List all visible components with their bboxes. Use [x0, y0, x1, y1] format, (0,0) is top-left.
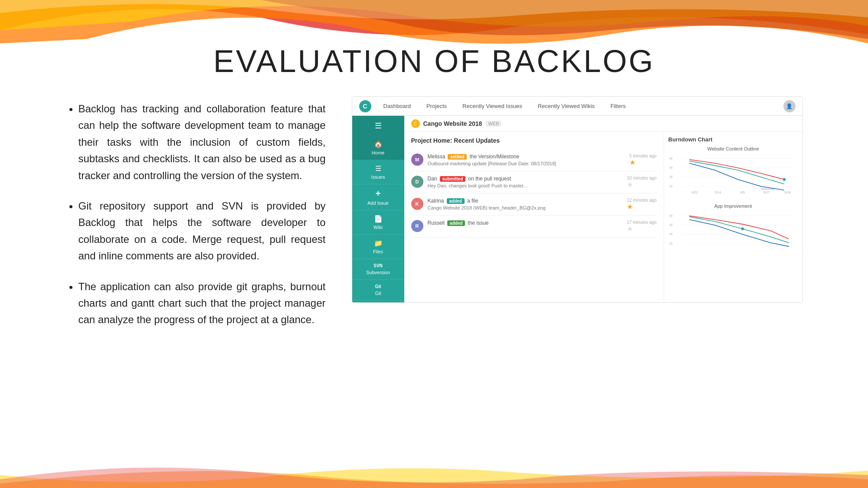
svg-text:30: 30 — [669, 233, 673, 236]
user-avatar[interactable]: 👤 — [783, 100, 796, 112]
update-meta-2: Dan submitted on the pull request — [428, 176, 623, 182]
bullet-item-1: Backlog has tracking and collaboration f… — [79, 101, 326, 184]
update-right-4: 17 minutes ago ★ — [627, 220, 656, 233]
nav-dashboard[interactable]: Dashboard — [380, 101, 415, 111]
update-meta-3: Katrina added a file — [428, 198, 623, 204]
sidebar-issues-label: Issues — [371, 174, 385, 180]
add-icon: + — [376, 189, 381, 199]
sidebar-add-issue-label: Add Issue — [367, 200, 389, 206]
star-icon-2[interactable]: ★ — [627, 180, 656, 189]
svg-text:50: 50 — [669, 214, 673, 217]
update-badge-4: added — [447, 220, 465, 226]
svg-point-19 — [741, 227, 744, 230]
update-badge-1: settled — [448, 154, 467, 160]
burndown-chart-2: 50 40 30 20 — [668, 210, 798, 254]
sidebar-svn-label: Subversion — [366, 270, 390, 275]
app-body: ☰ 🏠 Home ☰ Issues + Add Issue — [352, 116, 802, 302]
update-action-1: the Version/Milestone — [469, 154, 519, 160]
update-item-4: R Russell added the issue 17 minu — [411, 216, 657, 238]
update-meta-1: Melissa settled the Version/Milestone — [428, 154, 625, 160]
chart-2: App Improvement — [668, 203, 798, 255]
avatar-melissa: M — [411, 154, 423, 166]
update-user-4: Russell — [428, 220, 445, 226]
update-action-3: a file — [467, 198, 478, 204]
svg-text:6/5: 6/5 — [740, 190, 744, 194]
update-action-2: on the pull request — [468, 176, 511, 182]
avatar-dan: D — [411, 176, 423, 188]
update-detail-2: Hey Dan, changes look good! Push to mast… — [428, 183, 623, 188]
svg-point-10 — [783, 178, 785, 180]
updates-panel: Project Home: Recent Updates M Melissa s… — [404, 132, 664, 301]
bullet-item-3: The application can also provide git gra… — [79, 278, 326, 328]
update-content-4: Russell added the issue — [428, 220, 623, 226]
app-sidebar: ☰ 🏠 Home ☰ Issues + Add Issue — [352, 116, 404, 302]
sidebar-item-gantt[interactable]: 📊 Gantt Chart — [352, 301, 404, 303]
burndown-panel: Burndown Chart Website Content Outline — [664, 132, 802, 301]
files-icon: 📁 — [374, 239, 383, 247]
two-col-layout: Backlog has tracking and collaboration f… — [66, 96, 803, 342]
project-tag: WEB — [485, 121, 501, 127]
project-name: Cango Website 2018 — [423, 120, 482, 127]
update-user-1: Melissa — [428, 154, 445, 160]
sidebar-item-files[interactable]: 📁 Files — [352, 235, 404, 259]
app-screenshot: C Dashboard Projects Recently Viewed Iss… — [352, 96, 803, 303]
update-time-4: 17 minutes ago — [627, 220, 656, 225]
sidebar-item-home[interactable]: 🏠 Home — [352, 136, 404, 160]
svg-text:20: 20 — [669, 242, 673, 245]
svg-text:3/18: 3/18 — [784, 190, 790, 194]
star-icon-4[interactable]: ★ — [627, 225, 656, 233]
update-badge-2: submitted — [440, 176, 466, 182]
nav-recent-wikis[interactable]: Recently Viewed Wikis — [534, 101, 598, 111]
avatar-katrina: K — [411, 198, 423, 210]
nav-recent-issues[interactable]: Recently Viewed Issues — [459, 101, 526, 111]
update-content-1: Melissa settled the Version/Milestone Ou… — [428, 154, 625, 166]
update-item-1: M Melissa settled the Version/Milestone … — [411, 149, 657, 171]
page-title: EVALUATION OF BACKLOG — [213, 43, 655, 79]
update-detail-3: Cango Website 2018 (WEB) team_header_BG@… — [428, 205, 623, 210]
update-action-4: the issue — [468, 220, 488, 226]
sidebar-files-label: Files — [373, 249, 383, 254]
svg-text:6/22: 6/22 — [691, 190, 698, 194]
sidebar-git-label: Git — [375, 291, 381, 296]
sidebar-menu-button[interactable]: ☰ — [352, 116, 404, 136]
git-icon: Git — [375, 284, 381, 289]
svg-text:40: 40 — [669, 223, 673, 226]
sidebar-item-add-issue[interactable]: + Add Issue — [352, 184, 404, 210]
avatar-russell: R — [411, 220, 423, 232]
update-time-3: 12 minutes ago — [627, 198, 656, 203]
sidebar-home-label: Home — [372, 150, 384, 155]
update-right-3: 12 minutes ago ★ — [627, 198, 656, 211]
update-meta-4: Russell added the issue — [428, 220, 623, 226]
issues-icon: ☰ — [375, 164, 381, 173]
nav-filters[interactable]: Filters — [607, 101, 629, 111]
svg-text:40: 40 — [669, 166, 673, 169]
svn-icon: SVN — [373, 263, 383, 268]
update-right-2: 10 minutes ago ★ — [627, 176, 656, 189]
chart-1-title: Website Content Outline — [668, 146, 798, 151]
project-header: C Cango Website 2018 WEB — [404, 116, 802, 132]
update-time-2: 10 minutes ago — [627, 176, 656, 180]
svg-text:5/14: 5/14 — [714, 190, 721, 194]
project-icon: C — [411, 119, 420, 128]
sidebar-item-wiki[interactable]: 📄 Wiki — [352, 210, 404, 235]
app-navbar: C Dashboard Projects Recently Viewed Iss… — [352, 97, 802, 116]
update-content-3: Katrina added a file Cango Website 2018 … — [428, 198, 623, 210]
sidebar-item-issues[interactable]: ☰ Issues — [352, 160, 404, 184]
burndown-chart-1: 6/22 5/14 6/5 6/27 3/18 Milestone — [668, 153, 798, 197]
update-item-3: K Katrina added a file Cango Website 201… — [411, 193, 657, 216]
update-detail-1: Outbound marketing update [Release Due D… — [428, 161, 625, 166]
sidebar-item-svn[interactable]: SVN Subversion — [352, 259, 404, 280]
panel-title: Project Home: Recent Updates — [411, 137, 657, 144]
update-content-2: Dan submitted on the pull request Hey Da… — [428, 176, 623, 188]
bullet-item-2: Git repository support and SVN is provid… — [79, 198, 326, 265]
update-right-1: 5 minutes ago ★ — [629, 154, 657, 167]
star-icon-1[interactable]: ★ — [629, 158, 657, 167]
sidebar-item-git[interactable]: Git Git — [352, 280, 404, 301]
star-icon-3[interactable]: ★ — [627, 203, 656, 211]
app-main-content: C Cango Website 2018 WEB Project Home: R… — [404, 116, 802, 302]
sidebar-wiki-label: Wiki — [373, 225, 383, 230]
nav-projects[interactable]: Projects — [423, 101, 450, 111]
update-badge-3: added — [447, 198, 465, 204]
svg-text:50: 50 — [669, 157, 673, 160]
burndown-title: Burndown Chart — [668, 136, 798, 143]
